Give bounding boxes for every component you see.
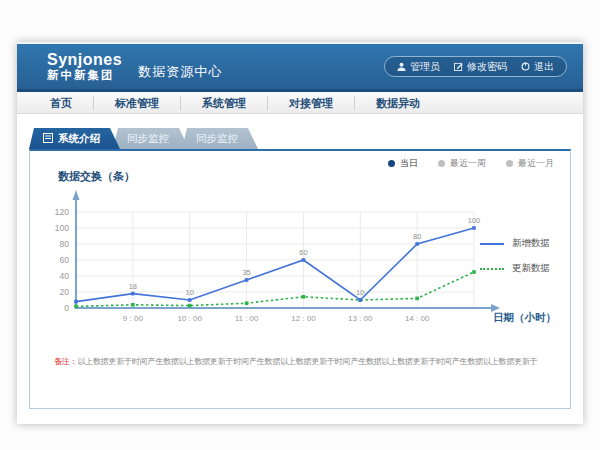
radio-dot-icon [506, 160, 513, 167]
app-window: Synjones 新中新集团 数据资源中心 管理员 修改密码 退出 首页 标准管… [17, 42, 583, 424]
radio-dot-icon [388, 160, 395, 167]
footnote: 备注：以上数据更新于时间产生数据以上数据更新于时间产生数据以上数据更新于时间产生… [54, 356, 538, 367]
tab-sync-monitor-1[interactable]: 同步监控 [113, 128, 189, 149]
logout-button[interactable]: 退出 [521, 60, 554, 74]
page-title: 数据资源中心 [138, 63, 222, 81]
y-axis-title: 数据交换（条） [58, 169, 135, 184]
svg-text:120: 120 [55, 207, 69, 217]
svg-text:35: 35 [242, 268, 250, 277]
tab-sync-monitor-2[interactable]: 同步监控 [182, 128, 258, 149]
svg-text:10: 10 [356, 288, 364, 297]
filter-today[interactable]: 当日 [388, 157, 418, 170]
logo-subtitle: 新中新集团 [47, 69, 122, 81]
range-filters: 当日 最近一周 最近一月 [388, 157, 554, 170]
tab-bar: 系统介绍 同步监控 同步监控 [29, 128, 583, 149]
nav-item-interface-mgmt[interactable]: 对接管理 [268, 96, 355, 110]
change-password-button[interactable]: 修改密码 [454, 60, 507, 74]
svg-text:12 : 00: 12 : 00 [291, 314, 316, 323]
dotted-line-icon [480, 268, 504, 270]
filter-last-month[interactable]: 最近一月 [506, 157, 554, 170]
tab-system-intro[interactable]: 系统介绍 [29, 128, 120, 149]
header: Synjones 新中新集团 数据资源中心 管理员 修改密码 退出 [17, 44, 583, 89]
svg-text:20: 20 [60, 287, 70, 297]
main-nav: 首页 标准管理 系统管理 对接管理 数据异动 [17, 92, 583, 114]
svg-text:60: 60 [60, 255, 70, 265]
admin-button[interactable]: 管理员 [397, 60, 440, 74]
solid-line-icon [480, 243, 504, 245]
svg-text:10 : 00: 10 : 00 [177, 314, 202, 323]
svg-text:100: 100 [468, 216, 481, 225]
footnote-text: 以上数据更新于时间产生数据以上数据更新于时间产生数据以上数据更新于时间产生数据以… [77, 357, 537, 366]
svg-text:40: 40 [60, 271, 70, 281]
svg-text:0: 0 [64, 303, 69, 313]
x-axis-title: 日期（小时） [493, 311, 556, 325]
logo: Synjones 新中新集团 [47, 52, 122, 81]
line-chart: 0204060801001209 : 0010 : 0011 : 0012 : … [44, 185, 514, 335]
svg-text:60: 60 [299, 248, 307, 257]
user-menu: 管理员 修改密码 退出 [384, 56, 567, 77]
legend-item-updated-data[interactable]: 更新数据 [480, 262, 550, 275]
footnote-prefix: 备注： [54, 357, 77, 366]
radio-dot-icon [438, 160, 445, 167]
svg-text:100: 100 [55, 223, 69, 233]
svg-text:10: 10 [186, 288, 194, 297]
chart-panel: 当日 最近一周 最近一月 数据交换（条） 0204060801001209 : … [29, 149, 571, 409]
chart-legend: 新增数据 更新数据 [480, 237, 550, 275]
edit-icon [454, 62, 463, 71]
legend-item-new-data[interactable]: 新增数据 [480, 237, 550, 250]
svg-text:14 : 00: 14 : 00 [405, 314, 430, 323]
svg-text:80: 80 [60, 239, 70, 249]
document-icon [43, 133, 53, 145]
power-icon [521, 62, 530, 71]
nav-item-standard-mgmt[interactable]: 标准管理 [94, 96, 181, 110]
logo-title: Synjones [47, 52, 122, 69]
nav-item-system-mgmt[interactable]: 系统管理 [181, 96, 268, 110]
svg-text:18: 18 [129, 282, 137, 291]
svg-text:9 : 00: 9 : 00 [123, 314, 144, 323]
filter-last-week[interactable]: 最近一周 [438, 157, 486, 170]
nav-item-data-change[interactable]: 数据异动 [355, 96, 441, 110]
svg-text:80: 80 [413, 232, 421, 241]
svg-text:13 : 00: 13 : 00 [348, 314, 373, 323]
nav-item-home[interactable]: 首页 [29, 96, 94, 110]
svg-text:11 : 00: 11 : 00 [235, 314, 259, 323]
user-icon [397, 62, 406, 71]
